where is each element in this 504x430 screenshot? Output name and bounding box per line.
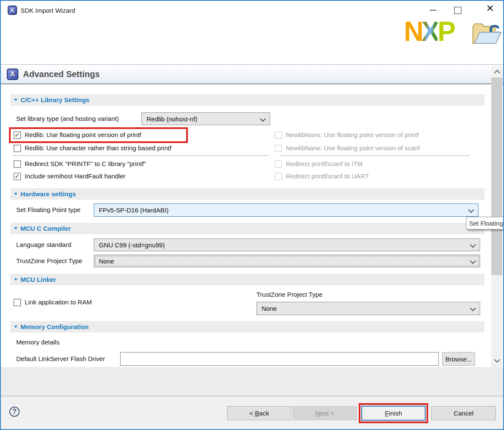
trustzone-type-dropdown[interactable]: None (94, 255, 480, 267)
chevron-down-icon (260, 116, 266, 122)
checkbox-redlib-char-printf[interactable] (14, 145, 21, 152)
divider (13, 155, 268, 156)
checkbox-label: Link application to RAM (25, 298, 92, 306)
library-type-dropdown[interactable]: Redlib (nohost-nf) (141, 112, 270, 125)
collapse-arrow-icon (14, 326, 17, 328)
section-mcu-linker[interactable]: MCU Linker (10, 274, 484, 285)
advanced-settings-header: X Advanced Settings (1, 65, 503, 84)
linker-trustzone-label: TrustZone Project Type (256, 291, 323, 298)
chevron-down-icon (468, 207, 474, 213)
checkbox-redirect-uart (275, 173, 282, 180)
flash-driver-input[interactable] (120, 352, 439, 366)
minimize-icon[interactable] (430, 10, 436, 11)
scrollbar-thumb[interactable] (491, 77, 502, 275)
scroll-up-icon[interactable] (494, 70, 500, 76)
floating-point-dropdown[interactable]: FPv5-SP-D16 (HardABI) (94, 204, 478, 217)
finish-button[interactable]: Finish (361, 406, 426, 421)
collapse-arrow-icon (14, 278, 17, 281)
close-icon[interactable]: × (486, 2, 494, 14)
checkbox-label: Redirect printf/scanf to ITM (286, 160, 363, 167)
advanced-settings-x-icon: X (7, 69, 18, 80)
cancel-button[interactable]: Cancel (431, 406, 496, 420)
vertical-scrollbar[interactable] (491, 66, 502, 367)
checkbox-redirect-sdk-printf[interactable] (14, 161, 21, 168)
chevron-down-icon (470, 258, 476, 264)
checkbox-label: Include semihost HardFault handler (25, 172, 126, 180)
nxp-logo: NXP (404, 18, 454, 45)
checkbox-label: NewlibNano: Use floating point version o… (286, 144, 420, 152)
trustzone-type-label: TrustZone Project Type (16, 257, 82, 264)
section-mcu-c-compiler[interactable]: MCU C Compiler (10, 223, 484, 234)
checkbox-label: Redirect SDK "PRINTF" to C library "prin… (25, 160, 146, 167)
browse-button[interactable]: Browse... (442, 352, 475, 366)
checkbox-label: Redlib: Use character rather than string… (25, 144, 171, 152)
library-type-label: Set library type (and hosting variant) (16, 115, 119, 122)
divider (280, 155, 469, 156)
tooltip: Set Floating (466, 217, 504, 229)
footer-bar: ? < Back Next > Finish Cancel (1, 396, 503, 429)
back-button[interactable]: < Back (227, 406, 291, 420)
language-standard-label: Language standard (16, 241, 71, 248)
section-memory-configuration[interactable]: Memory Configuration (10, 321, 484, 333)
next-button: Next > (293, 406, 357, 420)
checkbox-label: Redirect printf/scanf to UART (286, 172, 369, 180)
checkbox-newlibnano-float-printf (275, 132, 282, 139)
language-standard-dropdown[interactable]: GNU C99 (-std=gnu99) (94, 238, 480, 251)
chevron-down-icon (470, 242, 476, 248)
c-folder-icon: C (471, 22, 502, 47)
collapse-arrow-icon (14, 193, 17, 195)
section-library-settings[interactable]: C/C++ Library Settings (10, 94, 484, 106)
collapse-arrow-icon (14, 99, 17, 101)
window-title: SDK Import Wizard (20, 7, 75, 14)
maximize-icon[interactable] (454, 7, 461, 14)
linker-trustzone-dropdown[interactable]: None (256, 302, 480, 315)
checkbox-semihost-hardfault[interactable] (14, 173, 21, 180)
collapse-arrow-icon (14, 227, 17, 229)
bottom-filler (1, 367, 503, 396)
section-hardware-settings[interactable]: Hardware settings (10, 188, 484, 200)
floating-point-label: Set Floating Point type (16, 206, 81, 213)
help-icon[interactable]: ? (9, 407, 20, 417)
checkbox-label: Redlib: Use floating point version of pr… (25, 131, 141, 138)
checkbox-redirect-itm (275, 161, 282, 168)
scroll-down-icon[interactable] (494, 357, 500, 363)
chevron-down-icon (470, 305, 476, 311)
checkbox-redlib-float-printf[interactable] (14, 132, 21, 139)
app-x-icon: X (8, 6, 17, 15)
page-title: Advanced Settings (23, 69, 100, 79)
flash-driver-label: Default LinkServer Flash Driver (16, 355, 105, 362)
checkbox-newlibnano-float-scanf (275, 145, 282, 152)
memory-details-label: Memory details (16, 338, 60, 346)
sdk-import-wizard-window: X SDK Import Wizard × NXP C X Advanced S… (0, 0, 504, 430)
checkbox-link-to-ram[interactable] (14, 299, 21, 306)
checkbox-label: NewlibNano: Use floating point version o… (286, 131, 419, 138)
